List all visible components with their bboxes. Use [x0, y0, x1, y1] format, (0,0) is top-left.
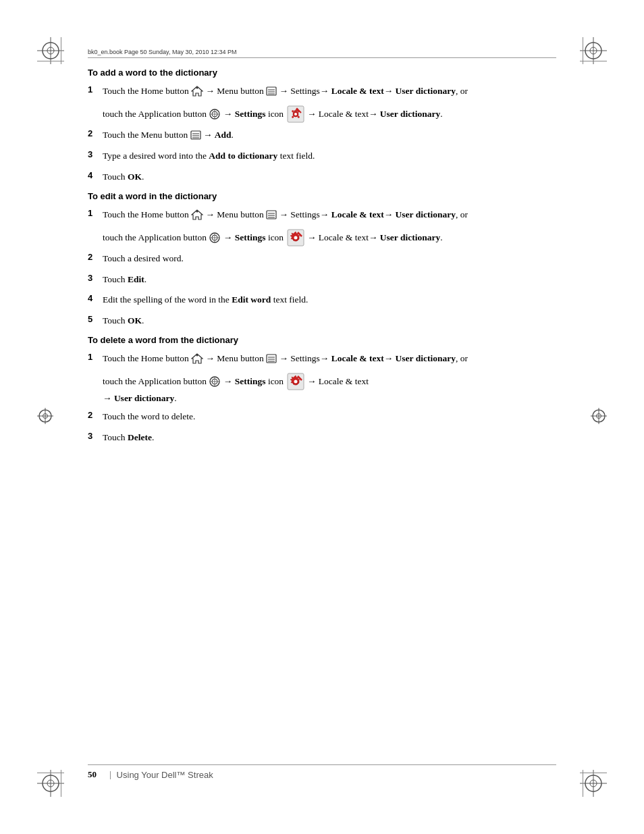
edit-step-3: 3 Touch Edit. [88, 273, 556, 287]
add-step-2-number: 2 [88, 128, 103, 138]
delete-step-3-number: 3 [88, 431, 103, 441]
footer-separator: | [109, 769, 111, 780]
hline-tr [580, 61, 607, 61]
add-step-1-continuation: touch the Application button → Settings … [103, 105, 556, 124]
edit-step-1-number: 1 [88, 208, 103, 218]
edit-step-4-content: Edit the spelling of the word in the Edi… [103, 293, 556, 307]
add-step-2-content: Touch the Menu button → Add. [103, 128, 556, 142]
app-icon-2 [209, 232, 221, 244]
home-icon-3 [191, 353, 203, 365]
heading-delete-word: To delete a word from the dictionary [88, 335, 556, 345]
home-icon-1 [191, 85, 203, 97]
footer-text: Using Your Dell™ Streak [117, 770, 213, 780]
add-step-1-content: Touch the Home button → Menu button [103, 84, 556, 99]
hline-bl [37, 773, 64, 773]
settings-icon-2 [286, 228, 305, 247]
vline-br [583, 770, 583, 797]
edit-step-1-continuation: touch the Application button → Settings … [103, 229, 556, 248]
settings-icon-1 [286, 105, 305, 124]
menu-icon-4 [266, 353, 277, 364]
corner-mark-tr [580, 37, 607, 64]
app-icon-3 [209, 375, 221, 388]
menu-icon-1 [266, 86, 277, 97]
delete-step-3-content: Touch Delete. [103, 431, 556, 445]
corner-mark-tl [37, 37, 64, 64]
page-footer: 50 | Using Your Dell™ Streak [88, 764, 556, 780]
add-step-3: 3 Type a desired word into the Add to di… [88, 149, 556, 163]
delete-step-2-content: Touch the word to delete. [103, 410, 556, 424]
section-edit-word: To edit a word in the dictionary 1 Touch… [88, 191, 556, 329]
edit-step-5-number: 5 [88, 314, 103, 324]
add-step-4-content: Touch OK. [103, 170, 556, 184]
add-step-3-number: 3 [88, 149, 103, 159]
hline-br [580, 773, 607, 773]
menu-icon-3 [266, 209, 277, 220]
delete-word-list: 1 Touch the Home button → Menu button [88, 352, 556, 366]
header-text: bk0_en.book Page 50 Sunday, May 30, 2010… [88, 49, 237, 55]
side-mark-left [37, 408, 53, 427]
main-content: To add a word to the dictionary 1 Touch … [88, 68, 556, 753]
delete-step-2-number: 2 [88, 410, 103, 420]
section-add-word: To add a word to the dictionary 1 Touch … [88, 68, 556, 184]
footer-page-number: 50 [88, 769, 104, 780]
svg-point-36 [294, 113, 297, 115]
hline-tl [37, 61, 64, 61]
edit-step-3-content: Touch Edit. [103, 273, 556, 287]
add-step-2: 2 Touch the Menu button → Add. [88, 128, 556, 142]
add-step-4: 4 Touch OK. [88, 170, 556, 184]
svg-point-43 [196, 210, 198, 212]
add-step-1: 1 Touch the Home button → Menu button [88, 84, 556, 99]
edit-step-2-content: Touch a desired word. [103, 252, 556, 266]
delete-step-3: 3 Touch Delete. [88, 431, 556, 445]
edit-step-4-number: 4 [88, 293, 103, 303]
menu-icon-2 [190, 130, 201, 140]
delete-step-1: 1 Touch the Home button → Menu button [88, 352, 556, 366]
page-header: bk0_en.book Page 50 Sunday, May 30, 2010… [88, 49, 556, 58]
vline-tl [61, 37, 61, 64]
settings-icon-3 [286, 372, 305, 391]
delete-step-1-content: Touch the Home button → Menu button [103, 352, 556, 366]
delete-step-1-number: 1 [88, 352, 103, 362]
home-icon-2 [191, 209, 203, 221]
edit-steps-2-5: 2 Touch a desired word. 3 Touch Edit. 4 … [88, 252, 556, 329]
add-step-1-number: 1 [88, 84, 103, 95]
svg-point-57 [196, 355, 198, 357]
side-mark-right [591, 408, 607, 427]
add-word-list: 1 Touch the Home button → Menu button [88, 84, 556, 99]
page: bk0_en.book Page 50 Sunday, May 30, 2010… [0, 0, 644, 834]
app-icon-1 [209, 108, 221, 120]
edit-step-2-number: 2 [88, 252, 103, 262]
vline-tr [583, 37, 583, 64]
edit-step-2: 2 Touch a desired word. [88, 252, 556, 266]
edit-step-5: 5 Touch OK. [88, 314, 556, 328]
section-delete-word: To delete a word from the dictionary 1 T… [88, 335, 556, 445]
heading-edit-word: To edit a word in the dictionary [88, 191, 556, 201]
edit-step-5-content: Touch OK. [103, 314, 556, 328]
svg-point-68 [294, 380, 297, 384]
delete-step-2: 2 Touch the word to delete. [88, 410, 556, 424]
edit-step-3-number: 3 [88, 273, 103, 283]
edit-step-4: 4 Edit the spelling of the word in the E… [88, 293, 556, 307]
svg-point-54 [294, 236, 297, 239]
edit-step-1: 1 Touch the Home button → Menu button [88, 208, 556, 222]
edit-step-1-content: Touch the Home button → Menu button [103, 208, 556, 222]
edit-word-list: 1 Touch the Home button → Menu button [88, 208, 556, 222]
add-steps-2-4: 2 Touch the Menu button → Add. 3 [88, 128, 556, 184]
add-step-3-content: Type a desired word into the Add to dict… [103, 149, 556, 163]
heading-add-word: To add a word to the dictionary [88, 68, 556, 78]
add-step-4-number: 4 [88, 170, 103, 180]
corner-mark-bl [37, 770, 64, 797]
delete-step-1-continuation: touch the Application button → Settings … [103, 373, 556, 406]
corner-mark-br [580, 770, 607, 797]
vline-bl [61, 770, 61, 797]
delete-steps-2-3: 2 Touch the word to delete. 3 Touch Dele… [88, 410, 556, 445]
